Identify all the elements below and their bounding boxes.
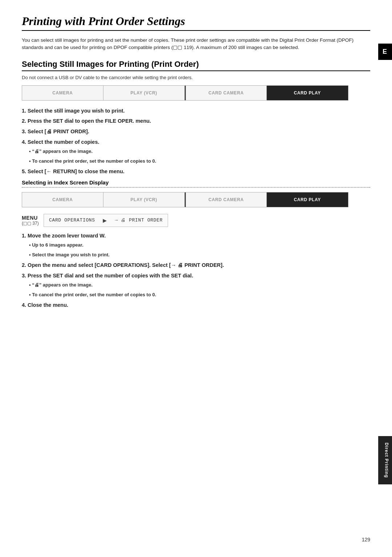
menu-word: MENU <box>22 215 38 221</box>
bullet-2-1-1: Up to 6 images appear. <box>29 241 370 249</box>
step2-1: 1. Move the zoom lever toward W. Up to 6… <box>22 232 370 259</box>
section1-steps: 1. Select the still image you wish to pr… <box>22 107 370 176</box>
intro-text: You can select still images for printing… <box>22 37 370 52</box>
mode-tab-card-play-1[interactable]: CARD PLAY <box>267 86 348 100</box>
menu-label: MENU (▢▢ 37) <box>22 215 44 226</box>
mode-bar-1: CAMERA PLAY (VCR) CARD CAMERA CARD PLAY <box>22 85 348 101</box>
step2-2: 2. Open the menu and select [CARD OPERAT… <box>22 261 370 269</box>
page-number: 129 <box>362 537 370 542</box>
page-title: Printing with Print Order Settings <box>22 15 370 31</box>
mode-tab-camera-1[interactable]: CAMERA <box>22 86 103 100</box>
dotted-divider <box>22 187 370 188</box>
step1-4-bullets: “🖨” appears on the image. To cancel the … <box>22 148 370 166</box>
mode-tab-card-play-2[interactable]: CARD PLAY <box>267 192 348 207</box>
menu-block: MENU (▢▢ 37) CARD OPERATIONS ▶ → 🖨 PRINT… <box>22 214 370 227</box>
bullet-1-4-2: To cancel the print order, set the numbe… <box>29 158 370 165</box>
mode-tab-play-vcr-1[interactable]: PLAY (VCR) <box>103 86 185 100</box>
mode-tab-camera-2[interactable]: CAMERA <box>22 192 103 207</box>
section2-title: Selecting in Index Screen Display <box>22 179 370 186</box>
step1-1: 1. Select the still image you wish to pr… <box>22 107 370 115</box>
bullet-2-3-1: “🖨” appears on the image. <box>29 281 370 289</box>
bullet-2-3-2: To cancel the print order, set the numbe… <box>29 291 370 299</box>
side-tab-e: E <box>378 44 392 60</box>
section1-subtitle: Do not connect a USB or DV cable to the … <box>22 75 370 80</box>
section1-title: Selecting Still Images for Printing (Pri… <box>22 60 370 71</box>
mode-tab-card-camera-1[interactable]: CARD CAMERA <box>186 86 267 100</box>
mode-tab-card-camera-2[interactable]: CARD CAMERA <box>186 192 267 207</box>
mode-bar-2: CAMERA PLAY (VCR) CARD CAMERA CARD PLAY <box>22 192 348 207</box>
menu-ref: (▢▢ 37) <box>22 221 39 226</box>
step2-3-bullets: “🖨” appears on the image. To cancel the … <box>22 281 370 299</box>
section2-steps: 1. Move the zoom lever toward W. Up to 6… <box>22 232 370 309</box>
step2-3: 3. Press the SET dial and set the number… <box>22 272 370 299</box>
menu-box-arrow: ▶ <box>99 216 111 224</box>
step2-4: 4. Close the menu. <box>22 301 370 309</box>
bullet-2-1-2: Select the image you wish to print. <box>29 251 370 259</box>
step1-5: 5. Select [← RETURN] to close the menu. <box>22 168 370 176</box>
menu-box-text: CARD OPERATIONS <box>49 217 95 223</box>
step1-2: 2. Press the SET dial to open the FILE O… <box>22 117 370 125</box>
bullet-1-4-1: “🖨” appears on the image. <box>29 148 370 155</box>
step2-1-bullets: Up to 6 images appear. Select the image … <box>22 241 370 259</box>
side-tab-direct-printing: Direct Printing <box>378 436 392 484</box>
menu-destination: → 🖨 PRINT ORDER <box>115 217 163 223</box>
mode-tab-play-vcr-2[interactable]: PLAY (VCR) <box>103 192 185 207</box>
step1-4: 4. Select the number of copies. “🖨” appe… <box>22 138 370 165</box>
menu-box: CARD OPERATIONS ▶ → 🖨 PRINT ORDER <box>44 214 168 227</box>
step1-3: 3. Select [🖨 PRINT ORDR]. <box>22 128 370 136</box>
